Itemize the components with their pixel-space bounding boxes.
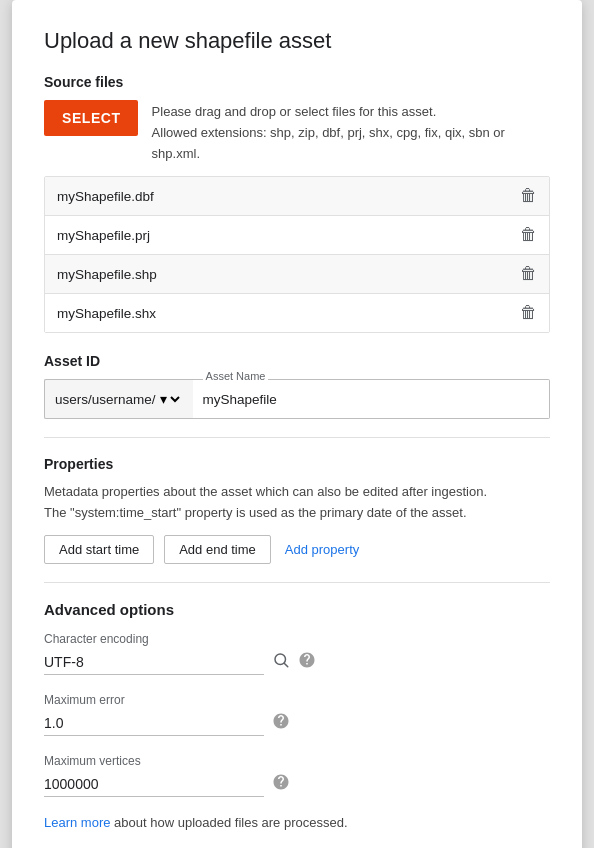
delete-file-icon[interactable]: 🗑 <box>520 303 537 323</box>
file-name: myShapefile.dbf <box>57 189 154 204</box>
delete-file-icon[interactable]: 🗑 <box>520 264 537 284</box>
asset-id-row: users/username/ ▾ Asset Name <box>44 379 550 419</box>
table-row: myShapefile.shp 🗑 <box>45 255 549 294</box>
max-error-input[interactable] <box>44 711 264 736</box>
svg-point-0 <box>275 654 286 665</box>
select-button[interactable]: SELECT <box>44 100 138 136</box>
file-name: myShapefile.shx <box>57 306 156 321</box>
table-row: myShapefile.prj 🗑 <box>45 216 549 255</box>
learn-more-text: about how uploaded files are processed. <box>110 815 347 830</box>
add-property-button[interactable]: Add property <box>281 536 363 563</box>
search-icon[interactable] <box>272 651 290 673</box>
max-error-help-icon[interactable] <box>272 712 290 735</box>
properties-buttons: Add start time Add end time Add property <box>44 535 550 564</box>
learn-more-section: Learn more about how uploaded files are … <box>44 815 550 830</box>
asset-id-label: Asset ID <box>44 353 550 369</box>
max-error-label: Maximum error <box>44 693 550 707</box>
asset-name-wrapper: Asset Name <box>193 379 550 419</box>
source-files-section: Source files SELECT Please drag and drop… <box>44 74 550 333</box>
asset-id-dropdown[interactable]: ▾ <box>156 391 183 408</box>
select-hint: Please drag and drop or select files for… <box>152 100 550 164</box>
advanced-section: Advanced options Character encoding <box>44 601 550 797</box>
max-vertices-row <box>44 772 550 797</box>
asset-id-section: Asset ID users/username/ ▾ Asset Name <box>44 353 550 419</box>
add-end-time-button[interactable]: Add end time <box>164 535 271 564</box>
asset-name-label: Asset Name <box>203 370 269 382</box>
char-encoding-help-icon[interactable] <box>298 651 316 674</box>
char-encoding-label: Character encoding <box>44 632 550 646</box>
max-vertices-label: Maximum vertices <box>44 754 550 768</box>
table-row: myShapefile.dbf 🗑 <box>45 177 549 216</box>
properties-desc-line2: The "system:time_start" property is used… <box>44 503 550 523</box>
dialog-title: Upload a new shapefile asset <box>44 28 550 54</box>
char-encoding-row <box>44 650 550 675</box>
select-hint-line2: Allowed extensions: shp, zip, dbf, prj, … <box>152 123 550 165</box>
max-vertices-help-icon[interactable] <box>272 773 290 796</box>
max-error-row <box>44 711 550 736</box>
learn-more-link[interactable]: Learn more <box>44 815 110 830</box>
asset-name-input[interactable] <box>193 379 550 419</box>
select-area: SELECT Please drag and drop or select fi… <box>44 100 550 164</box>
svg-line-1 <box>284 664 287 667</box>
add-start-time-button[interactable]: Add start time <box>44 535 154 564</box>
properties-desc: Metadata properties about the asset whic… <box>44 482 550 522</box>
properties-section: Properties Metadata properties about the… <box>44 456 550 563</box>
file-list: myShapefile.dbf 🗑 myShapefile.prj 🗑 mySh… <box>44 176 550 333</box>
select-hint-line1: Please drag and drop or select files for… <box>152 102 550 123</box>
file-name: myShapefile.shp <box>57 267 157 282</box>
delete-file-icon[interactable]: 🗑 <box>520 186 537 206</box>
properties-label: Properties <box>44 456 550 472</box>
properties-desc-line1: Metadata properties about the asset whic… <box>44 482 550 502</box>
delete-file-icon[interactable]: 🗑 <box>520 225 537 245</box>
source-files-label: Source files <box>44 74 550 90</box>
upload-dialog: Upload a new shapefile asset Source file… <box>12 0 582 848</box>
file-name: myShapefile.prj <box>57 228 150 243</box>
divider2 <box>44 582 550 583</box>
advanced-options-label: Advanced options <box>44 601 550 618</box>
char-encoding-input[interactable] <box>44 650 264 675</box>
max-vertices-group: Maximum vertices <box>44 754 550 797</box>
char-encoding-group: Character encoding <box>44 632 550 675</box>
asset-id-prefix-text: users/username/ <box>55 392 156 407</box>
max-vertices-input[interactable] <box>44 772 264 797</box>
max-error-group: Maximum error <box>44 693 550 736</box>
table-row: myShapefile.shx 🗑 <box>45 294 549 332</box>
divider <box>44 437 550 438</box>
asset-id-prefix: users/username/ ▾ <box>44 379 193 419</box>
